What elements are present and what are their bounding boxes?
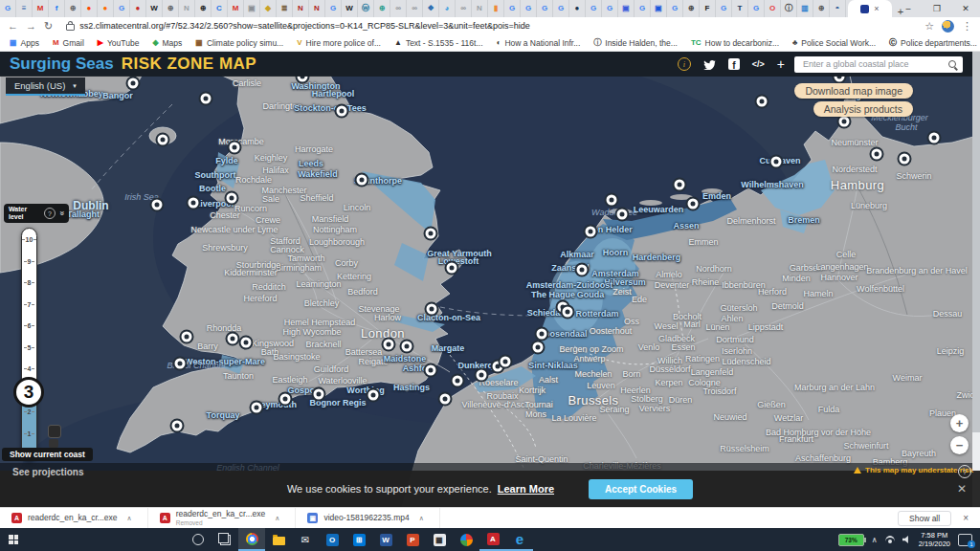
download-caret-icon[interactable]: ∧ bbox=[419, 515, 424, 522]
tab-close-icon[interactable]: × bbox=[874, 4, 879, 13]
bookmark-item[interactable]: ▦ Climate policy simu... bbox=[195, 38, 283, 48]
browser-tab[interactable]: ⊕ bbox=[163, 0, 179, 17]
page-url[interactable]: ss2.climatecentral.org/#7/52.342/2.560?s… bbox=[79, 21, 530, 31]
search-icon[interactable] bbox=[948, 60, 956, 68]
cookie-close-icon[interactable]: ✕ bbox=[957, 482, 967, 496]
map-marker[interactable] bbox=[337, 106, 347, 117]
browser-tab[interactable]: G bbox=[0, 0, 16, 17]
calculator-icon[interactable]: ▦ bbox=[426, 528, 453, 551]
powerpoint-icon[interactable]: P bbox=[399, 528, 426, 551]
page-scrollbar[interactable] bbox=[972, 52, 980, 507]
map-marker[interactable] bbox=[228, 334, 238, 344]
accept-cookies-button[interactable]: Accept Cookies bbox=[589, 479, 693, 499]
bookmark-item[interactable]: V Hire more police of... bbox=[297, 38, 381, 48]
search-input[interactable] bbox=[801, 58, 943, 70]
map-marker[interactable] bbox=[189, 198, 199, 209]
bookmark-item[interactable]: ◈ Maps bbox=[152, 38, 182, 48]
browser-tab[interactable]: ⊕ bbox=[813, 0, 830, 17]
browser-tab[interactable]: G bbox=[325, 0, 342, 17]
bookmark-item[interactable]: TC How to decarboniz... bbox=[691, 38, 779, 48]
browser-tab[interactable]: ⊕ bbox=[683, 0, 700, 17]
browser-tab[interactable]: ⊕ bbox=[374, 0, 390, 17]
map-marker[interactable] bbox=[607, 195, 617, 206]
browser-tab[interactable]: ⓘ bbox=[781, 0, 797, 17]
bookmark-item[interactable]: Ⓒ Police departments... bbox=[889, 38, 977, 48]
downloads-bar-close-icon[interactable]: × bbox=[963, 513, 969, 523]
browser-tab[interactable]: O bbox=[765, 0, 781, 17]
show-current-coast-button[interactable]: Show current coast bbox=[2, 448, 93, 461]
acrobat-icon[interactable]: A bbox=[479, 528, 506, 551]
browser-tab[interactable]: G bbox=[748, 0, 765, 17]
browser-tab[interactable]: W bbox=[342, 0, 358, 17]
battery-indicator[interactable]: 73% bbox=[838, 534, 864, 546]
map-marker[interactable] bbox=[357, 175, 368, 186]
browser-tab[interactable]: ≡ bbox=[16, 0, 33, 17]
bookmark-star-icon[interactable]: ☆ bbox=[924, 20, 934, 33]
map-marker[interactable] bbox=[839, 117, 850, 127]
browser-tab[interactable]: ◕ bbox=[439, 0, 456, 17]
map-marker[interactable] bbox=[152, 200, 163, 210]
water-level-help-icon[interactable]: ? bbox=[44, 208, 56, 219]
file-explorer-icon[interactable] bbox=[265, 528, 292, 551]
twitter-icon[interactable] bbox=[703, 59, 716, 70]
address-bar[interactable]: ss2.climatecentral.org/#7/52.342/2.560?s… bbox=[60, 20, 917, 33]
embed-code-icon[interactable]: </> bbox=[752, 59, 765, 69]
map-marker[interactable] bbox=[426, 365, 436, 376]
map-marker[interactable] bbox=[201, 94, 212, 104]
bookmark-item[interactable]: ▲ Text - S.1535 - 116t... bbox=[394, 38, 483, 48]
map-marker[interactable] bbox=[453, 376, 463, 386]
active-tab[interactable]: × bbox=[848, 0, 892, 17]
browser-tab[interactable]: ◓ bbox=[830, 0, 846, 17]
browser-tab[interactable]: ∞ bbox=[407, 0, 423, 17]
map-marker[interactable] bbox=[757, 97, 768, 107]
scrollbar-thumb[interactable] bbox=[972, 52, 980, 432]
map-marker[interactable] bbox=[477, 370, 487, 381]
map-marker[interactable] bbox=[563, 307, 573, 318]
browser-tab[interactable]: ∞ bbox=[456, 0, 472, 17]
map-marker[interactable] bbox=[172, 421, 183, 431]
browser-tab[interactable]: ∞ bbox=[390, 0, 407, 17]
browser-tab[interactable]: G bbox=[114, 0, 130, 17]
analysis-products-button[interactable]: Analysis products bbox=[813, 101, 913, 117]
browser-tab[interactable]: ● bbox=[130, 0, 146, 17]
map-marker[interactable] bbox=[252, 403, 262, 413]
notification-center-icon[interactable]: 1 bbox=[958, 534, 972, 546]
browser-tab[interactable]: G bbox=[586, 0, 602, 17]
zoom-in-button[interactable]: + bbox=[950, 414, 969, 432]
map-marker[interactable] bbox=[182, 332, 192, 342]
browser-tab[interactable]: N bbox=[179, 0, 195, 17]
map-marker[interactable] bbox=[384, 340, 394, 350]
browser-tab[interactable]: ● bbox=[98, 0, 114, 17]
map-marker[interactable] bbox=[577, 265, 588, 276]
download-caret-icon[interactable]: ∧ bbox=[275, 515, 279, 522]
map-marker[interactable] bbox=[368, 390, 379, 401]
add-icon[interactable]: + bbox=[777, 56, 785, 72]
unit-toggle[interactable] bbox=[49, 439, 58, 448]
store-icon[interactable]: ⊞ bbox=[345, 528, 372, 551]
browser-tab[interactable]: ● bbox=[81, 0, 98, 17]
map-marker[interactable] bbox=[314, 389, 324, 400]
map-marker[interactable] bbox=[175, 359, 186, 369]
browser-tab[interactable]: G bbox=[553, 0, 569, 17]
browser-tab[interactable]: ▮ bbox=[488, 0, 504, 17]
map-marker[interactable] bbox=[900, 154, 910, 165]
map-marker[interactable] bbox=[929, 133, 940, 143]
facebook-icon[interactable]: f bbox=[728, 58, 740, 70]
profile-avatar[interactable] bbox=[942, 20, 954, 33]
wifi-icon[interactable] bbox=[885, 536, 895, 543]
browser-tab[interactable]: N bbox=[472, 0, 488, 17]
browser-tab[interactable]: G bbox=[504, 0, 521, 17]
browser-tab[interactable]: ◆ bbox=[260, 0, 277, 17]
water-level-slider[interactable]: 10987654321 bbox=[21, 228, 37, 461]
map-marker[interactable] bbox=[402, 342, 412, 352]
map-marker[interactable] bbox=[426, 229, 436, 239]
browser-tab[interactable]: G bbox=[602, 0, 618, 17]
browser-tab[interactable]: W bbox=[146, 0, 163, 17]
browser-tab[interactable]: ❖ bbox=[423, 0, 439, 17]
reload-button[interactable]: ↻ bbox=[44, 20, 53, 33]
browser-tab[interactable]: C bbox=[212, 0, 228, 17]
browser-tab[interactable]: ≣ bbox=[277, 0, 293, 17]
browser-tab[interactable]: T bbox=[732, 0, 748, 17]
water-level-handle[interactable]: 3 bbox=[13, 377, 44, 408]
download-caret-icon[interactable]: ∧ bbox=[127, 515, 132, 522]
